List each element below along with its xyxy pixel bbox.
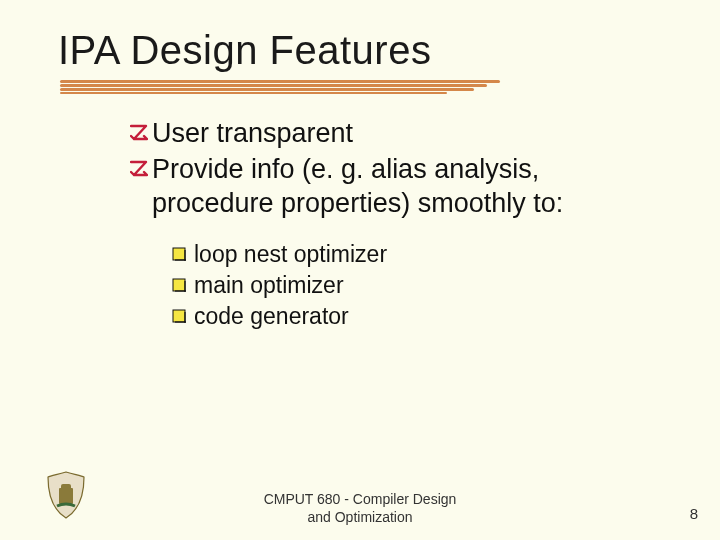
footer-line1: CMPUT 680 - Compiler Design bbox=[264, 491, 457, 507]
list-item: User transparent bbox=[130, 117, 660, 151]
list-item: code generator bbox=[172, 302, 660, 331]
sub-list: loop nest optimizer main optimizer c bbox=[130, 222, 660, 330]
box-bullet-icon bbox=[172, 271, 194, 297]
z-bullet-icon bbox=[130, 117, 152, 145]
title-underline bbox=[60, 80, 500, 94]
box-bullet-icon bbox=[172, 302, 194, 328]
slide-content: User transparent Provide info (e. g. ali… bbox=[0, 73, 720, 331]
page-number: 8 bbox=[690, 505, 698, 522]
list-item-text: loop nest optimizer bbox=[194, 240, 387, 269]
list-item-text: Provide info (e. g. alias analysis, proc… bbox=[152, 153, 660, 221]
svg-rect-3 bbox=[173, 279, 185, 291]
list-item: main optimizer bbox=[172, 271, 660, 300]
svg-rect-6 bbox=[173, 310, 185, 322]
svg-rect-10 bbox=[61, 484, 71, 490]
slide-title: IPA Design Features bbox=[0, 0, 720, 73]
footer-line2: and Optimization bbox=[307, 509, 412, 525]
z-bullet-icon bbox=[130, 153, 152, 181]
list-item-text: User transparent bbox=[152, 117, 353, 151]
list-item-text: code generator bbox=[194, 302, 349, 331]
list-item: loop nest optimizer bbox=[172, 240, 660, 269]
svg-rect-0 bbox=[173, 248, 185, 260]
list-item: Provide info (e. g. alias analysis, proc… bbox=[130, 153, 660, 221]
box-bullet-icon bbox=[172, 240, 194, 266]
list-item-text: main optimizer bbox=[194, 271, 344, 300]
footer-course: CMPUT 680 - Compiler Design and Optimiza… bbox=[0, 491, 720, 526]
